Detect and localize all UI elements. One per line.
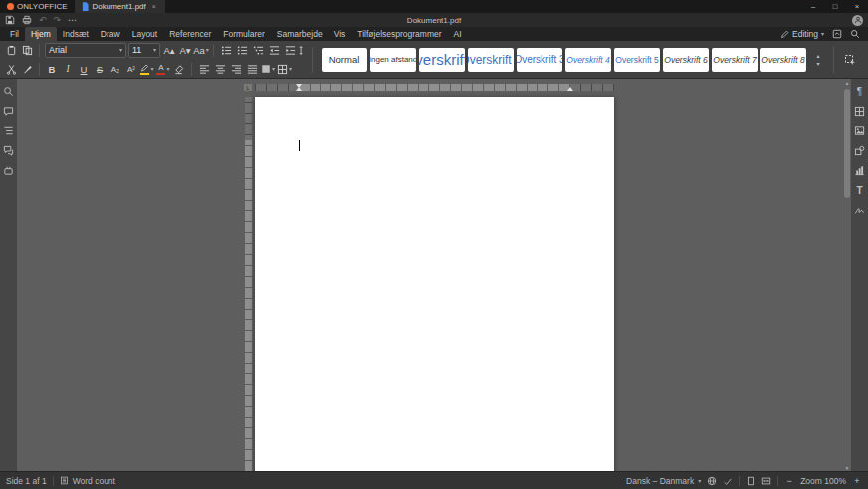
paragraph-settings-icon[interactable]: ¶ [853, 85, 866, 98]
font-color-button[interactable]: A ▾ [156, 62, 170, 76]
change-case-icon[interactable]: Aa▾ [194, 43, 208, 57]
borders-button[interactable]: ▾ [277, 62, 292, 76]
editing-mode-dropdown[interactable]: Editing ▾ [780, 29, 824, 39]
chart-settings-icon[interactable] [853, 164, 866, 177]
left-indent-marker[interactable] [296, 87, 302, 91]
text-art-settings-icon[interactable]: T [853, 184, 866, 197]
tab-hjem[interactable]: Hjem [25, 27, 57, 41]
style-ingen-afstand[interactable]: Ingen afstand [370, 48, 416, 72]
undo-icon[interactable]: ↶ [39, 15, 47, 25]
horizontal-ruler[interactable] [255, 84, 614, 91]
increase-font-size-icon[interactable]: A▴ [162, 43, 176, 57]
tab-close-icon[interactable]: × [150, 3, 158, 10]
highlight-color-button[interactable]: ▾ [140, 62, 154, 76]
zoom-in-button[interactable]: + [852, 476, 862, 486]
underline-button[interactable]: U [77, 62, 91, 76]
shading-color-button[interactable]: ▾ [261, 62, 275, 76]
copy-style-icon[interactable] [20, 62, 34, 76]
scroll-up-icon[interactable]: ▲ [843, 79, 851, 87]
app-logo-button[interactable]: ONLYOFFICE [0, 0, 75, 13]
bullet-list-icon[interactable] [219, 43, 233, 57]
cut-icon[interactable] [4, 62, 18, 76]
signature-settings-icon[interactable] [853, 204, 866, 217]
decrease-indent-icon[interactable] [267, 43, 281, 57]
more-actions-icon[interactable]: ⋯ [68, 15, 77, 25]
align-left-icon[interactable] [197, 62, 211, 76]
align-justify-icon[interactable] [245, 62, 259, 76]
word-count-button[interactable]: Word count [60, 476, 115, 486]
hide-toolbar-icon[interactable] [832, 29, 842, 39]
font-name-combobox[interactable]: Arial ▾ [45, 43, 126, 58]
copy-icon[interactable] [20, 43, 34, 57]
subscript-button[interactable]: A₂ [108, 62, 122, 76]
paste-icon[interactable] [4, 43, 18, 57]
save-icon[interactable] [5, 15, 15, 25]
tab-draw[interactable]: Draw [95, 27, 126, 41]
shape-settings-icon[interactable] [853, 144, 866, 157]
increase-indent-icon[interactable] [283, 43, 297, 57]
comments-icon[interactable] [2, 105, 15, 118]
select-all-icon[interactable] [843, 53, 857, 67]
multilevel-list-icon[interactable] [251, 43, 265, 57]
vertical-scrollbar[interactable]: ▲ ▼ [843, 79, 851, 472]
document-viewport[interactable]: L ▲ ▼ [17, 79, 851, 472]
tab-formularer[interactable]: Formularer [217, 27, 271, 41]
spellcheck-icon[interactable] [723, 476, 733, 486]
vertical-ruler[interactable] [245, 97, 252, 472]
table-settings-icon[interactable] [853, 105, 866, 118]
document-language-icon[interactable] [707, 476, 717, 486]
print-icon[interactable] [22, 15, 32, 25]
navigation-headings-icon[interactable] [2, 124, 15, 137]
style-normal[interactable]: Normal [322, 48, 367, 72]
document-tab[interactable]: Dokument1.pdf × [75, 0, 165, 13]
bold-button[interactable]: B [45, 62, 59, 76]
tab-layout[interactable]: Layout [126, 27, 164, 41]
tab-ai[interactable]: AI [448, 27, 468, 41]
gallery-scroll-down-icon[interactable]: ▾ [816, 61, 819, 67]
fit-page-icon[interactable] [746, 476, 756, 486]
user-avatar[interactable] [852, 15, 863, 26]
align-center-icon[interactable] [213, 62, 227, 76]
numbered-list-icon[interactable] [235, 43, 249, 57]
tab-tilfoejelsesprogrammer[interactable]: Tilføjelsesprogrammer [351, 27, 447, 41]
search-icon[interactable] [2, 85, 15, 98]
scrollbar-thumb[interactable] [844, 89, 850, 198]
decrease-font-size-icon[interactable]: A▾ [178, 43, 192, 57]
document-page[interactable] [255, 97, 614, 472]
plugins-icon[interactable] [2, 164, 15, 177]
redo-icon[interactable]: ↷ [54, 15, 62, 25]
style-overskrift-8[interactable]: Overskrift 8 [760, 48, 806, 72]
tab-stop-selector[interactable]: L [244, 84, 252, 91]
window-minimize-button[interactable]: – [802, 0, 824, 13]
italic-button[interactable]: I [61, 62, 75, 76]
style-overskrift-5[interactable]: Overskrift 5 [614, 48, 660, 72]
tab-fil[interactable]: Fil [4, 27, 25, 41]
window-maximize-button[interactable]: □ [824, 0, 846, 13]
window-close-button[interactable]: × [846, 0, 868, 13]
style-overskrift-2[interactable]: Overskrift 2 [468, 48, 514, 72]
align-right-icon[interactable] [229, 62, 243, 76]
search-icon[interactable] [850, 29, 860, 39]
chat-icon[interactable] [2, 144, 15, 157]
fit-width-icon[interactable] [761, 476, 771, 486]
zoom-out-button[interactable]: − [784, 476, 794, 486]
superscript-button[interactable]: A² [124, 62, 138, 76]
style-overskrift-3[interactable]: Overskrift 3 [517, 48, 562, 72]
line-spacing-icon[interactable]: ▾ [299, 43, 303, 57]
right-indent-marker[interactable] [567, 87, 573, 91]
tab-vis[interactable]: Vis [328, 27, 352, 41]
style-overskrift-1[interactable]: Overskrift 1 [419, 48, 465, 72]
strikethrough-button[interactable]: S [93, 62, 107, 76]
language-selector[interactable]: Dansk – Danmark ▾ [626, 476, 701, 486]
tab-samarbejde[interactable]: Samarbejde [271, 27, 328, 41]
style-overskrift-6[interactable]: Overskrift 6 [663, 48, 709, 72]
style-overskrift-4[interactable]: Overskrift 4 [565, 48, 611, 72]
tab-referencer[interactable]: Referencer [163, 27, 217, 41]
style-overskrift-7[interactable]: Overskrift 7 [712, 48, 758, 72]
tab-indsaet[interactable]: Indsæt [57, 27, 95, 41]
gallery-scroll-up-icon[interactable]: ▴ [816, 53, 819, 59]
image-settings-icon[interactable] [853, 124, 866, 137]
zoom-level-indicator[interactable]: Zoom 100% [800, 476, 846, 486]
clear-style-icon[interactable] [172, 62, 186, 76]
page-number-indicator[interactable]: Side 1 af 1 [6, 476, 47, 486]
